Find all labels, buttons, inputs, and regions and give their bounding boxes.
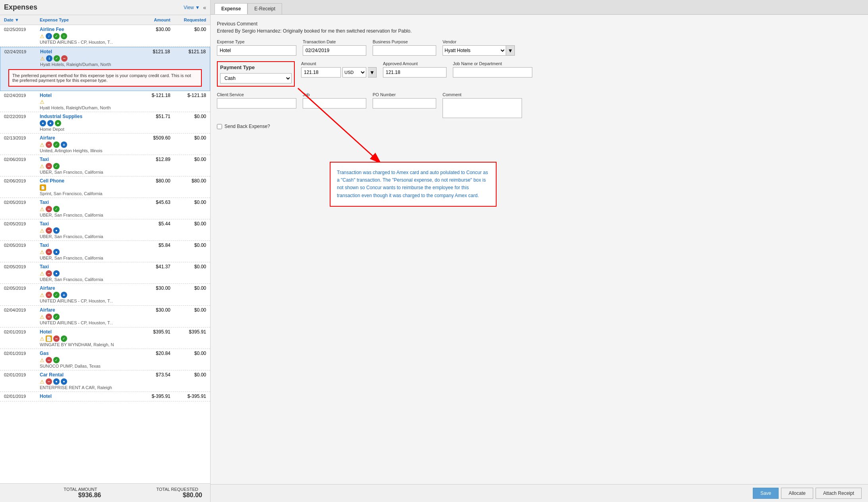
table-row[interactable]: 02/05/2019 Taxi $45.63 $0.00 ⚠ − ✓ UBER,… — [0, 198, 210, 219]
vendor-dropdown-button[interactable]: ▼ — [506, 45, 515, 56]
table-row[interactable]: 02/05/2019 Airfare $30.00 $0.00 ⚠ − ✓ + … — [0, 284, 210, 306]
po-number-input[interactable] — [373, 98, 436, 109]
po-number-label: PO Number — [373, 92, 436, 97]
expense-amount: $509.60 — [139, 135, 170, 141]
expense-desc: UBER, San Francisco, California — [4, 170, 206, 174]
currency-select[interactable]: USD — [342, 67, 366, 78]
expense-date: 02/13/2019 — [4, 136, 40, 140]
minus-icon: − — [46, 270, 52, 277]
job-input[interactable] — [303, 98, 366, 109]
expense-date: 02/22/2019 — [4, 114, 40, 119]
check-icon: ✓ — [53, 141, 60, 148]
table-row[interactable]: 02/01/2019 Hotel $-395.91 $-395.91 — [0, 392, 210, 401]
comment-label: Comment — [443, 92, 522, 97]
doc-icon: 📄 — [40, 184, 46, 191]
expense-desc: UBER, San Francisco, California — [4, 213, 206, 217]
expense-requested: $0.00 — [170, 135, 206, 141]
expense-amount: $-395.91 — [139, 393, 170, 399]
minus-icon: − — [46, 206, 52, 212]
currency-dropdown-button[interactable]: ▼ — [368, 67, 377, 78]
check-icon: ✓ — [61, 335, 67, 342]
table-header: Date ▼ Expense Type Amount Requested — [0, 15, 210, 25]
expense-desc: Sprint, San Francisco, California — [4, 191, 206, 196]
expense-requested: $80.00 — [170, 178, 206, 184]
expense-type: Hotel — [40, 393, 139, 399]
expense-type: Airfare — [40, 285, 139, 291]
client-service-label: Client:Service — [217, 92, 296, 97]
tab-ereceipt[interactable]: E-Receipt — [247, 3, 282, 14]
approved-amount-input[interactable] — [383, 67, 447, 78]
minus-icon: − — [46, 378, 52, 385]
allocate-button[interactable]: Allocate — [781, 488, 813, 499]
minus-icon: − — [46, 163, 52, 169]
form-area: Previous Comment Entered By Sergio Herna… — [211, 15, 868, 484]
col-date[interactable]: Date ▼ — [4, 17, 40, 22]
vendor-select[interactable]: Hyatt Hotels — [443, 45, 506, 56]
expense-date: 02/04/2019 — [4, 308, 40, 312]
expense-desc: SUNOCO PUMP, Dallas, Texas — [4, 364, 206, 368]
expense-date: 02/24/2019 — [4, 93, 40, 98]
prev-comment-label: Previous Comment — [217, 21, 862, 27]
expenses-title: Expenses — [4, 3, 37, 12]
expense-type: Car Rental — [40, 372, 139, 378]
table-row[interactable]: 02/04/2019 Airfare $30.00 $0.00 ⚠ − ✓ UN… — [0, 306, 210, 328]
total-requested-value: $80.00 — [105, 492, 207, 499]
table-row[interactable]: 02/01/2019 Gas $20.84 $0.00 ⚠ − ✓ SUNOCO… — [0, 349, 210, 370]
expense-amount: $395.91 — [139, 329, 170, 335]
expense-type: Taxi — [40, 242, 139, 248]
total-amount-section: TOTAL AMOUNT $936.86 — [4, 487, 105, 499]
check-icon: ✓ — [53, 33, 60, 39]
minus-icon: − — [61, 55, 68, 62]
expense-type: Hotel — [40, 49, 138, 54]
blue-icon: ● — [53, 270, 60, 277]
expense-amount: $30.00 — [139, 27, 170, 32]
attach-receipt-button[interactable]: Attach Receipt — [816, 488, 862, 499]
table-row[interactable]: 02/24/2019 Hotel $-121.18 $-121.18 ⚠ Hya… — [0, 91, 210, 112]
expense-requested: $0.00 — [170, 372, 206, 378]
table-row[interactable]: 02/06/2019 Taxi $12.89 $0.00 ⚠ − ✓ UBER,… — [0, 155, 210, 176]
expense-desc: UNITED AIRLINES - CP, Houston, T‥ — [4, 320, 206, 326]
job-name-input[interactable] — [453, 67, 532, 78]
comment-textarea[interactable] — [443, 98, 522, 118]
total-amount-label: TOTAL AMOUNT — [4, 487, 105, 492]
table-row[interactable]: 02/06/2019 Cell Phone $80.00 $80.00 📄 Sp… — [0, 176, 210, 198]
transaction-date-input[interactable] — [303, 45, 366, 56]
table-row[interactable]: 02/01/2019 Car Rental $73.54 $0.00 ⚠ − ●… — [0, 370, 210, 392]
expense-desc: ENTERPRISE RENT A CAR, Raleigh — [4, 385, 206, 390]
table-row[interactable]: 02/05/2019 Taxi $41.37 $0.00 ⚠ − ● UBER,… — [0, 262, 210, 284]
collapse-button[interactable]: « — [203, 4, 206, 11]
warning-icon: ⚠ — [40, 271, 44, 277]
table-row[interactable]: 02/25/2019 Airline Fee $30.00 $0.00 ⚠ i … — [0, 25, 210, 47]
view-link[interactable]: View ▼ — [184, 5, 200, 10]
tab-expense[interactable]: Expense — [215, 3, 247, 14]
expense-requested: $0.00 — [170, 242, 206, 248]
expense-type-input[interactable] — [217, 45, 296, 56]
table-row[interactable]: 02/05/2019 Taxi $5.44 $0.00 ⚠ − ● UBER, … — [0, 219, 210, 241]
send-back-checkbox[interactable] — [217, 124, 222, 129]
amount-input[interactable] — [301, 67, 341, 78]
table-row[interactable]: 02/24/2019 Hotel $121.18 $121.18 ⚠ i ✓ −… — [0, 47, 210, 91]
save-button[interactable]: Save — [753, 488, 779, 499]
payment-type-group: Payment Type Cash Credit Card Personal — [217, 61, 295, 87]
blue-icon: ● — [53, 227, 60, 234]
amount-group: Amount USD ▼ — [301, 61, 377, 78]
expense-requested: $0.00 — [170, 351, 206, 356]
payment-type-select[interactable]: Cash Credit Card Personal — [220, 73, 292, 83]
warning-icon: ⚠ — [40, 336, 44, 342]
table-row[interactable]: 02/13/2019 Airfare $509.60 $0.00 ⚠ − ✓ +… — [0, 134, 210, 155]
expense-amount: $73.54 — [139, 372, 170, 378]
form-row-1: Expense Type Transaction Date Business P… — [217, 39, 862, 56]
expense-type: Cell Phone — [40, 178, 139, 184]
table-row[interactable]: 02/01/2019 Hotel $395.91 $395.91 ⚠ 📄 − ✓… — [0, 328, 210, 349]
blue-icon: ● — [40, 120, 46, 126]
table-row[interactable]: 02/22/2019 Industrial Supplies $51.71 $0… — [0, 112, 210, 134]
right-panel: Expense E-Receipt Previous Comment Enter… — [211, 0, 868, 502]
table-row[interactable]: 02/05/2019 Taxi $5.84 $0.00 ⚠ − ● UBER, … — [0, 241, 210, 262]
business-purpose-input[interactable] — [373, 45, 436, 56]
expense-requested: $121.18 — [170, 49, 206, 54]
client-service-input[interactable] — [217, 98, 296, 109]
expense-type: Airline Fee — [40, 27, 139, 32]
expense-amount: $41.37 — [139, 264, 170, 269]
expense-amount: $-121.18 — [139, 93, 170, 98]
col-requested: Requested — [170, 17, 206, 22]
